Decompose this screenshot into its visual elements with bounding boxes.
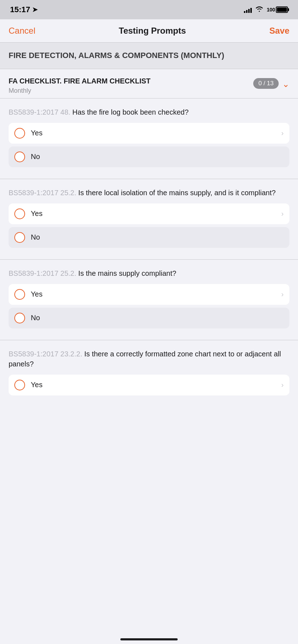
checklist-badge-area: 0 / 13 ⌄: [253, 78, 289, 89]
question-block: BS5839-1:2017 48. Has the fire log book …: [0, 98, 298, 179]
question-text: BS5839-1:2017 23.2.2. Is there a correct…: [9, 349, 289, 369]
location-arrow-icon: ➤: [32, 6, 38, 14]
status-icons: 100: [244, 6, 288, 14]
answer-option-yes[interactable]: Yes ›: [9, 203, 289, 224]
question-text: BS5839-1:2017 48. Has the fire log book …: [9, 107, 289, 117]
question-ref: BS5839-1:2017 25.2.: [9, 189, 76, 197]
section-title: FIRE DETECTION, ALARMS & COMPONENTS (MON…: [9, 51, 289, 61]
checklist-info: FA CHECKLIST. FIRE ALARM CHECKLIST Month…: [9, 76, 253, 95]
answer-label-no: No: [31, 153, 40, 161]
question-ref: BS5839-1:2017 23.2.2.: [9, 350, 82, 358]
chevron-down-icon[interactable]: ⌄: [282, 79, 289, 89]
question-body: Is the mains supply compliant?: [76, 269, 176, 277]
wifi-icon: [255, 6, 263, 14]
question-body: Is there local isolation of the mains su…: [76, 189, 276, 197]
signal-bars-icon: [244, 6, 252, 13]
chevron-right-icon: ›: [281, 210, 284, 218]
answer-label-yes: Yes: [31, 381, 43, 389]
answer-options: Yes › No: [9, 203, 289, 248]
page-title: Testing Prompts: [119, 26, 186, 36]
chevron-right-icon: ›: [281, 129, 284, 137]
checklist-progress-badge: 0 / 13: [253, 78, 279, 89]
answer-options: Yes › No: [9, 123, 289, 167]
radio-circle-icon[interactable]: [14, 232, 25, 243]
radio-circle-icon[interactable]: [14, 380, 25, 390]
radio-circle-icon[interactable]: [14, 128, 25, 139]
answer-option-no[interactable]: No: [9, 146, 289, 167]
radio-circle-icon[interactable]: [14, 313, 25, 323]
cancel-button[interactable]: Cancel: [9, 26, 35, 36]
question-block: BS5839-1:2017 25.2. Is there local isola…: [0, 179, 298, 260]
radio-circle-icon[interactable]: [14, 152, 25, 162]
answer-options: Yes › No: [9, 284, 289, 328]
question-text: BS5839-1:2017 25.2. Is there local isola…: [9, 188, 289, 198]
answer-option-yes[interactable]: Yes ›: [9, 284, 289, 305]
battery-icon: 100: [267, 6, 288, 13]
answer-label-yes: Yes: [31, 129, 43, 137]
question-ref: BS5839-1:2017 48.: [9, 108, 70, 116]
question-block: BS5839-1:2017 25.2. Is the mains supply …: [0, 260, 298, 340]
question-ref: BS5839-1:2017 25.2.: [9, 269, 76, 277]
question-block: BS5839-1:2017 23.2.2. Is there a correct…: [0, 340, 298, 395]
answer-option-yes[interactable]: Yes ›: [9, 375, 289, 395]
chevron-right-icon: ›: [281, 381, 284, 389]
question-text: BS5839-1:2017 25.2. Is the mains supply …: [9, 268, 289, 278]
answer-label-no: No: [31, 314, 40, 322]
answer-option-no[interactable]: No: [9, 227, 289, 248]
answer-option-no[interactable]: No: [9, 308, 289, 328]
checklist-frequency: Monthly: [9, 87, 253, 95]
save-button[interactable]: Save: [269, 26, 289, 36]
radio-circle-icon[interactable]: [14, 289, 25, 300]
nav-bar: Cancel Testing Prompts Save: [0, 19, 298, 43]
answer-label-yes: Yes: [31, 210, 43, 218]
chevron-right-icon: ›: [281, 290, 284, 298]
home-indicator: [120, 638, 178, 640]
answer-label-yes: Yes: [31, 290, 43, 298]
answer-label-no: No: [31, 233, 40, 241]
answer-option-yes[interactable]: Yes ›: [9, 123, 289, 144]
questions-container: BS5839-1:2017 48. Has the fire log book …: [0, 98, 298, 395]
status-bar: 15:17 ➤ 100: [0, 0, 298, 19]
answer-options: Yes ›: [9, 375, 289, 395]
status-time: 15:17 ➤: [10, 5, 38, 14]
checklist-header[interactable]: FA CHECKLIST. FIRE ALARM CHECKLIST Month…: [0, 69, 298, 98]
question-body: Has the fire log book been checked?: [70, 108, 188, 116]
radio-circle-icon[interactable]: [14, 208, 25, 219]
section-header: FIRE DETECTION, ALARMS & COMPONENTS (MON…: [0, 43, 298, 69]
checklist-name: FA CHECKLIST. FIRE ALARM CHECKLIST: [9, 76, 253, 86]
